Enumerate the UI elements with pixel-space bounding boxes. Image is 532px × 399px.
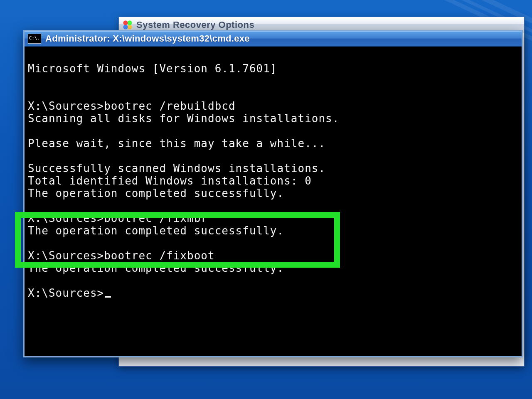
- windows-flag-icon: [123, 20, 132, 30]
- cmd-line: X:\Sources>bootrec /rebuildbcd: [28, 100, 236, 112]
- cmd-line: Microsoft Windows [Version 6.1.7601]: [28, 62, 277, 75]
- cmd-line: The operation completed successfully.: [28, 187, 284, 200]
- cmd-icon: C:\.: [28, 34, 41, 44]
- cmd-line: Scanning all disks for Windows installat…: [28, 112, 339, 125]
- cmd-line: The operation completed successfully.: [28, 224, 284, 237]
- system-recovery-title: System Recovery Options: [136, 20, 254, 30]
- cmd-line: Total identified Windows installations: …: [28, 175, 312, 187]
- cmd-line: Successfully scanned Windows installatio…: [28, 162, 325, 175]
- cmd-line: X:\Sources>bootrec /fixboot: [28, 249, 215, 262]
- cmd-window: C:\. Administrator: X:\windows\system32\…: [23, 30, 523, 357]
- cmd-prompt-line: X:\Sources>: [28, 287, 111, 299]
- cmd-line: X:\Sources>bootrec /fixmbr: [28, 212, 208, 224]
- cmd-cursor: [105, 296, 111, 298]
- cmd-line: The operation completed successfully.: [28, 262, 284, 274]
- cmd-prompt-text: X:\Sources>: [28, 287, 104, 299]
- cmd-window-title: Administrator: X:\windows\system32\cmd.e…: [45, 33, 250, 44]
- cmd-titlebar[interactable]: C:\. Administrator: X:\windows\system32\…: [25, 31, 522, 47]
- cmd-line: Please wait, since this may take a while…: [28, 137, 325, 150]
- cmd-output[interactable]: Microsoft Windows [Version 6.1.7601] X:\…: [25, 47, 522, 356]
